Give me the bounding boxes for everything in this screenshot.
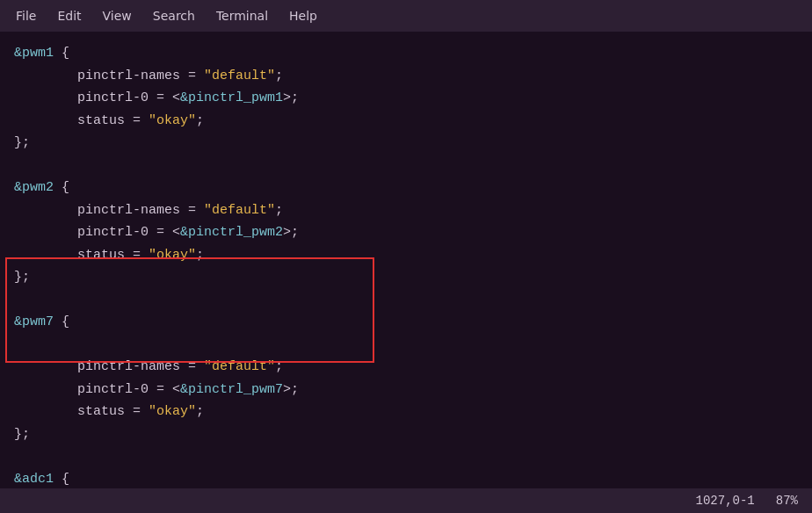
code-line: &adc1 { [14, 468, 798, 489]
code-line [14, 289, 798, 312]
code-area: &pwm1 { pinctrl-names = "default"; pinct… [0, 32, 812, 488]
code-line: pinctrl-names = "default"; [14, 199, 798, 222]
menu-view[interactable]: View [94, 5, 141, 26]
code-line: }; [14, 266, 798, 289]
code-line: pinctrl-0 = <&pinctrl_pwm1>; [14, 87, 798, 110]
statusbar: 1027,0-1 87% [0, 488, 812, 513]
code-line [14, 155, 798, 177]
code-line [14, 334, 798, 357]
code-line: status = "okay"; [14, 244, 798, 267]
code-line: pinctrl-0 = <&pinctrl_pwm2>; [14, 221, 798, 244]
code-line: }; [14, 132, 798, 155]
menu-terminal[interactable]: Terminal [207, 5, 277, 26]
menu-edit[interactable]: Edit [48, 5, 90, 26]
menu-file[interactable]: File [7, 5, 45, 26]
menubar: File Edit View Search Terminal Help [0, 0, 812, 32]
zoom-level: 87% [776, 494, 798, 508]
code-line: status = "okay"; [14, 401, 798, 423]
code-line: pinctrl-0 = <&pinctrl_pwm7>; [14, 379, 798, 401]
code-line [14, 445, 798, 468]
code-line: pinctrl-names = "default"; [14, 356, 798, 379]
menu-search[interactable]: Search [144, 5, 204, 26]
cursor-position: 1027,0-1 [696, 494, 755, 508]
code-line: &pwm2 { [14, 177, 798, 199]
code-line: status = "okay"; [14, 110, 798, 133]
code-line: &pwm7 { [14, 311, 798, 334]
menu-help[interactable]: Help [280, 5, 326, 26]
code-line: }; [14, 423, 798, 446]
code-line: &pwm1 { [14, 42, 798, 65]
code-line: pinctrl-names = "default"; [14, 65, 798, 88]
